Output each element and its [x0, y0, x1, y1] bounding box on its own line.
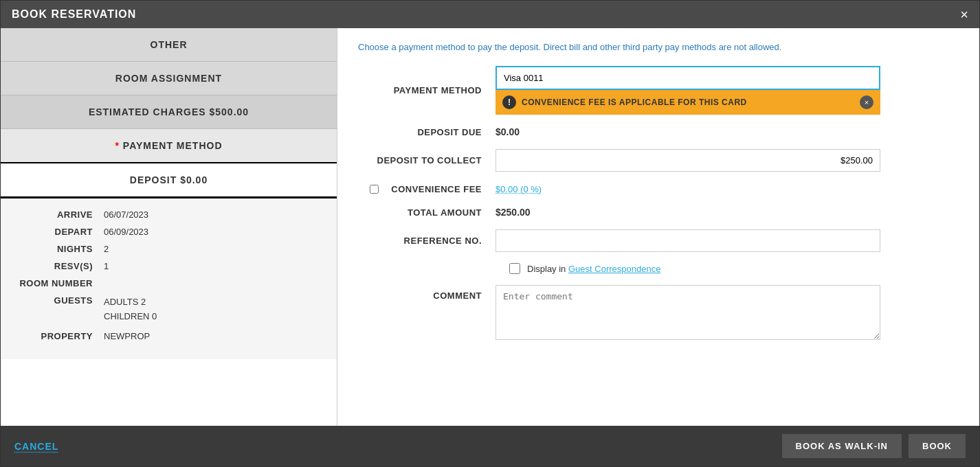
display-correspondence-row: Display in Guest Correspondence [358, 263, 959, 274]
total-amount-label: TOTAL AMOUNT [358, 207, 495, 218]
room-number-row: ROOM NUMBER [14, 278, 323, 288]
nights-value: 2 [104, 244, 109, 254]
left-panel: OTHER ROOM ASSIGNMENT ESTIMATED CHARGES … [1, 28, 337, 426]
nav-item-other[interactable]: OTHER [1, 28, 337, 62]
dialog-header: BOOK RESERVATION × [1, 1, 979, 28]
guests-label: GUESTS [14, 295, 104, 306]
nav-item-deposit[interactable]: DEPOSIT $0.00 [1, 163, 337, 198]
convenience-fee-label: CONVENIENCE FEE [386, 184, 495, 194]
deposit-due-value-container: $0.00 [495, 126, 880, 138]
deposit-to-collect-field [495, 149, 880, 172]
convenience-fee-row: CONVENIENCE FEE $0.00 (0 %) [358, 183, 959, 195]
comment-row: COMMENT [358, 285, 959, 343]
dialog-title: BOOK RESERVATION [12, 8, 136, 21]
total-amount-value: $250.00 [495, 207, 531, 218]
comment-textarea[interactable] [495, 285, 880, 340]
form-section: PAYMENT METHOD ! CONVENIENCE FEE IS APPL… [358, 66, 959, 354]
reference-no-field [495, 229, 880, 252]
payment-method-group: ! CONVENIENCE FEE IS APPLICABLE FOR THIS… [495, 66, 880, 115]
deposit-due-value: $0.00 [495, 126, 520, 137]
room-number-label: ROOM NUMBER [14, 278, 104, 288]
nights-row: NIGHTS 2 [14, 244, 323, 254]
reference-no-row: REFERENCE NO. [358, 229, 959, 252]
depart-value: 06/09/2023 [104, 227, 148, 237]
depart-label: DEPART [14, 227, 104, 237]
depart-row: DEPART 06/09/2023 [14, 227, 323, 237]
deposit-due-row: DEPOSIT DUE $0.00 [358, 126, 959, 138]
footer-actions: BOOK AS WALK-IN BOOK [782, 434, 966, 458]
close-button[interactable]: × [960, 8, 968, 21]
deposit-to-collect-row: DEPOSIT TO COLLECT [358, 149, 959, 172]
reference-no-label: REFERENCE NO. [358, 236, 495, 246]
comment-label: COMMENT [358, 285, 495, 301]
property-label: PROPERTY [14, 331, 104, 341]
dialog-body: OTHER ROOM ASSIGNMENT ESTIMATED CHARGES … [1, 28, 979, 426]
deposit-to-collect-label: DEPOSIT TO COLLECT [358, 155, 495, 166]
nav-item-payment-method[interactable]: * PAYMENT METHOD [1, 129, 337, 163]
nav-item-room-assignment[interactable]: ROOM ASSIGNMENT [1, 62, 337, 95]
reference-no-input[interactable] [495, 229, 880, 252]
book-button[interactable]: BOOK [909, 434, 966, 458]
guest-correspondence-link[interactable]: Guest Correspondence [568, 264, 660, 274]
warning-banner: ! CONVENIENCE FEE IS APPLICABLE FOR THIS… [495, 90, 880, 115]
property-row: PROPERTY NEWPROP [14, 331, 323, 341]
info-section: ARRIVE 06/07/2023 DEPART 06/09/2023 NIGH… [1, 198, 337, 359]
arrive-label: ARRIVE [14, 209, 104, 220]
guests-row: GUESTS ADULTS 2 CHILDREN 0 [14, 295, 323, 324]
deposit-due-label: DEPOSIT DUE [358, 127, 495, 137]
arrive-value: 06/07/2023 [104, 209, 148, 220]
cancel-button[interactable]: CANCEL [14, 441, 58, 452]
warning-icon: ! [502, 95, 516, 109]
warning-text: CONVENIENCE FEE IS APPLICABLE FOR THIS C… [522, 98, 854, 107]
instruction-text: Choose a payment method to pay the depos… [358, 42, 959, 52]
resvs-label: RESV(S) [14, 261, 104, 271]
payment-method-row: PAYMENT METHOD ! CONVENIENCE FEE IS APPL… [358, 66, 959, 115]
nav-item-estimated-charges[interactable]: ESTIMATED CHARGES $500.00 [1, 95, 337, 129]
convenience-fee-value[interactable]: $0.00 (0 %) [495, 184, 542, 194]
property-value: NEWPROP [104, 331, 150, 341]
resvs-value: 1 [104, 261, 109, 271]
right-panel: Choose a payment method to pay the depos… [337, 28, 979, 426]
total-amount-row: TOTAL AMOUNT $250.00 [358, 206, 959, 218]
convenience-fee-checkbox[interactable] [370, 185, 379, 194]
left-scroll-area[interactable]: OTHER ROOM ASSIGNMENT ESTIMATED CHARGES … [1, 28, 337, 426]
resvs-row: RESV(S) 1 [14, 261, 323, 271]
book-walkin-button[interactable]: BOOK AS WALK-IN [782, 434, 902, 458]
convenience-fee-value-container: $0.00 (0 %) [495, 183, 880, 195]
total-amount-value-container: $250.00 [495, 206, 880, 218]
book-reservation-dialog: BOOK RESERVATION × OTHER ROOM ASSIGNMENT… [0, 0, 980, 467]
required-asterisk: * [115, 140, 122, 151]
arrive-row: ARRIVE 06/07/2023 [14, 209, 323, 220]
comment-field [495, 285, 880, 343]
display-correspondence-label: Display in Guest Correspondence [527, 264, 660, 274]
warning-close-button[interactable]: × [860, 95, 873, 109]
display-correspondence-checkbox[interactable] [509, 263, 520, 274]
deposit-to-collect-input[interactable] [495, 149, 880, 172]
payment-method-input[interactable] [495, 66, 880, 90]
convenience-checkbox-col [358, 185, 386, 194]
nights-label: NIGHTS [14, 244, 104, 254]
dialog-footer: CANCEL BOOK AS WALK-IN BOOK [1, 426, 979, 466]
payment-method-label: PAYMENT METHOD [358, 85, 495, 95]
guests-value: ADULTS 2 CHILDREN 0 [104, 295, 157, 324]
